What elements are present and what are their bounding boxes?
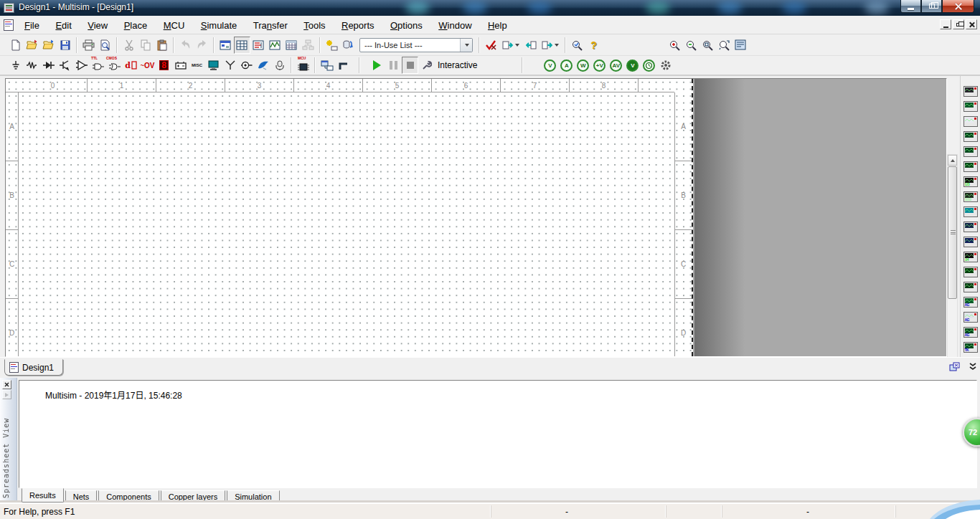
run-simulation-button[interactable] — [369, 57, 385, 74]
schematic-sheet[interactable]: 012345678 ABCD ABCD — [6, 79, 693, 356]
place-mixed-button[interactable]: ~OV — [139, 57, 156, 74]
create-component-button[interactable] — [324, 37, 340, 54]
pause-simulation-button[interactable] — [385, 57, 402, 74]
close-button[interactable] — [942, 0, 974, 13]
expand-panel-button[interactable] — [2, 390, 11, 399]
cut-button[interactable] — [121, 37, 137, 54]
canvas-viewport[interactable]: 012345678 ABCD ABCD — [5, 78, 947, 357]
menu-item[interactable]: Edit — [49, 17, 77, 34]
restore-button[interactable] — [921, 0, 942, 13]
spreadsheet-tab[interactable]: Nets — [65, 490, 98, 503]
save-button[interactable] — [57, 37, 73, 54]
spreadsheet-tab[interactable]: Results — [22, 488, 64, 503]
child-close-button[interactable] — [966, 19, 977, 29]
instrument-button[interactable] — [963, 116, 978, 127]
hierarchical-block-button[interactable] — [319, 57, 335, 74]
find-button[interactable] — [569, 37, 585, 54]
place-transistor-button[interactable] — [57, 57, 73, 74]
place-source-button[interactable] — [7, 57, 24, 74]
paste-button[interactable] — [154, 37, 170, 54]
interactive-mode-label[interactable]: Interactive — [438, 60, 477, 70]
undo-button[interactable] — [177, 37, 194, 54]
close-design-button[interactable] — [948, 362, 961, 373]
instrument-button[interactable] — [963, 101, 978, 112]
instrument-button[interactable]: TK — [963, 342, 978, 353]
place-basic-button[interactable] — [24, 57, 40, 74]
place-cmos-button[interactable]: CMOS — [106, 57, 123, 74]
place-analog-button[interactable] — [73, 57, 90, 74]
instrument-button[interactable] — [963, 222, 978, 232]
current-probe-button[interactable]: A — [558, 57, 575, 74]
erc-check-button[interactable] — [483, 37, 499, 54]
reference-probe-button[interactable]: V — [624, 57, 641, 74]
instrument-button[interactable] — [963, 267, 978, 277]
instrument-button[interactable]: 1010 — [963, 191, 978, 202]
instrument-button[interactable]: 123 — [963, 176, 978, 187]
voltage-current-probe-button[interactable]: AV — [608, 57, 624, 74]
place-ni-component-button[interactable] — [255, 57, 271, 74]
place-power-button[interactable] — [172, 57, 189, 74]
in-use-list-combobox[interactable]: --- In-Use List --- — [359, 38, 473, 52]
open-samples-button[interactable] — [40, 37, 57, 54]
instrument-button[interactable]: AG — [963, 297, 978, 308]
stop-simulation-button[interactable] — [402, 57, 418, 74]
place-ttl-button[interactable]: TTL — [90, 57, 106, 74]
instrument-button[interactable]: AG — [963, 312, 978, 323]
place-rf-button[interactable] — [222, 57, 238, 74]
results-log-area[interactable]: Multisim - 2019年1月17日, 15:46:28 — [19, 380, 977, 488]
toggle-spreadsheet-view-button[interactable] — [234, 37, 250, 54]
postprocessor-button[interactable] — [283, 37, 300, 54]
database-manager-button[interactable] — [340, 37, 357, 54]
menu-item[interactable]: MCU — [157, 17, 192, 34]
menu-item[interactable]: Help — [481, 17, 514, 34]
voltage-probe-button[interactable]: V — [542, 57, 558, 74]
hierarchy-button[interactable] — [300, 37, 316, 54]
instrument-button[interactable]: .04 — [963, 252, 978, 262]
toolbar-overflow-chevron-icon[interactable] — [969, 362, 977, 372]
menu-item[interactable]: Options — [384, 17, 429, 34]
zoom-in-button[interactable] — [666, 37, 683, 54]
scroll-up-button[interactable] — [948, 155, 957, 166]
spreadsheet-tab[interactable]: Components — [98, 490, 159, 503]
design-tab[interactable]: Design1 — [4, 359, 63, 376]
spreadsheet-tab[interactable]: Simulation — [227, 490, 279, 503]
menu-item[interactable]: View — [81, 17, 114, 34]
menu-item[interactable]: Window — [432, 17, 478, 34]
menu-item[interactable]: File — [18, 17, 46, 34]
redo-button[interactable] — [194, 37, 210, 54]
zoom-fit-button[interactable] — [716, 37, 732, 54]
toggle-design-toolbox-button[interactable] — [217, 37, 234, 54]
document-icon[interactable] — [4, 19, 14, 31]
place-advanced-peripherals-button[interactable] — [205, 57, 222, 74]
instrument-button[interactable] — [963, 146, 978, 157]
instrument-button[interactable] — [963, 282, 978, 292]
instrument-button[interactable]: AG — [963, 327, 978, 338]
instrument-button[interactable] — [963, 131, 978, 142]
grapher-button[interactable] — [267, 37, 283, 54]
child-minimize-button[interactable] — [940, 19, 951, 29]
menu-item[interactable]: Transfer — [247, 17, 294, 34]
differential-voltage-probe-button[interactable]: +V — [591, 57, 608, 74]
place-diode-button[interactable] — [40, 57, 57, 74]
instrument-button[interactable] — [963, 237, 978, 247]
minimize-button[interactable] — [900, 0, 921, 13]
power-probe-button[interactable]: W — [575, 57, 591, 74]
menu-item[interactable]: Tools — [297, 17, 331, 34]
place-misc-digital-button[interactable]: d — [123, 57, 139, 74]
menu-item[interactable]: Place — [118, 17, 154, 34]
zoom-area-button[interactable] — [699, 37, 716, 54]
place-bus-button[interactable] — [335, 57, 352, 74]
probe-settings-button[interactable] — [657, 57, 674, 74]
print-button[interactable] — [80, 37, 97, 54]
spreadsheet-tab[interactable]: Copper layers — [161, 490, 225, 503]
instrument-button[interactable] — [963, 206, 978, 217]
forward-annotate-button[interactable] — [539, 37, 562, 54]
place-misc-button[interactable]: MISC — [189, 57, 205, 74]
print-preview-button[interactable] — [97, 37, 113, 54]
open-file-button[interactable] — [24, 37, 40, 54]
help-button[interactable]: ? — [585, 37, 602, 54]
scrollbar-thumb[interactable] — [948, 166, 957, 299]
database-view-button[interactable] — [250, 37, 267, 54]
zoom-out-button[interactable] — [683, 37, 699, 54]
instrument-button[interactable] — [963, 161, 978, 172]
